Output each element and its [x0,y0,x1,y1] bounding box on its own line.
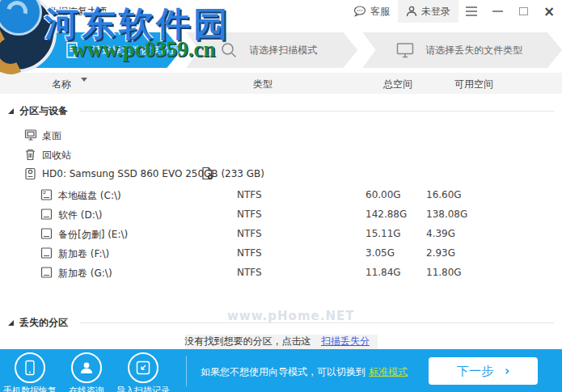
partition-total: 60.00G [366,189,401,200]
minimize-icon [492,11,503,12]
partition-label: 软件 (D:\) [58,209,103,222]
collapse-triangle-icon [8,320,14,326]
user-icon [406,6,417,17]
step-select-location[interactable]: 请选择文件恢复位置 [32,32,181,68]
file-badge-icon[interactable] [201,166,213,180]
action-label: 手机数据恢复 [2,385,58,392]
partition-free: 2.93G [426,247,455,259]
drive-icon [40,266,53,279]
tree-item-label: 回收站 [42,149,71,162]
action-label: 在线咨询 [58,385,115,392]
partition-row-f[interactable]: 新加卷 (F:\) NTFS 3.05G 2.93G [0,244,562,263]
step-select-scan-mode[interactable]: 请选择扫描模式 [186,32,357,68]
action-label: 导入扫描记录 [115,385,171,392]
tree-item-label: 桌面 [42,129,61,143]
hard-drive-icon [24,167,36,180]
drive-icon [40,247,53,259]
step-label: 请选择文件恢复位置 [92,44,180,57]
mode-hint-text: 如果您不想使用向导模式，可以切换到 [201,366,366,377]
divider [80,322,554,323]
partition-free: 16.60G [426,189,462,200]
titlebar: 万能数据恢复大师 客服 未登录 [0,0,562,23]
tree-item-disk[interactable]: HD0: Samsung SSD 860 EVO 250GB (233 GB) [0,165,562,184]
import-scan-records-button[interactable]: 导入扫描记录 [115,352,171,392]
standard-mode-link[interactable]: 标准模式 [369,366,408,377]
partition-total: 142.88G [366,209,407,220]
section-lost-partitions[interactable]: 丢失的分区 [8,315,554,330]
partition-type: NTFS [237,189,262,200]
search-icon [220,41,238,59]
section-devices[interactable]: 分区与设备 [8,103,554,118]
partition-label: 新加卷 (G:\) [58,267,112,280]
import-icon [128,352,158,383]
partition-free: 4.39G [426,228,455,239]
online-consult-button[interactable]: 在线咨询 [58,352,115,392]
document-edit-icon [65,41,81,59]
column-header-type[interactable]: 类型 [253,78,273,91]
login-button[interactable]: 未登录 [398,0,458,23]
partition-row-d[interactable]: 软件 (D:\) NTFS 142.88G 138.08G [0,205,562,225]
mode-hint: 如果您不想使用向导模式，可以切换到标准模式 [201,365,408,379]
system-drive-icon [40,188,53,201]
partition-total: 3.05G [366,247,395,259]
partition-label: 新加卷 (F:\) [58,247,109,261]
desktop-icon [24,129,37,141]
partition-row-c[interactable]: 本地磁盘 (C:\) NTFS 60.00G 16.60G [0,186,562,205]
phone-icon [15,352,45,383]
customer-service-label: 客服 [370,5,390,19]
partition-label: 本地磁盘 (C:\) [58,189,121,203]
drive-icon [40,208,53,221]
maximize-button[interactable] [510,0,536,23]
hamburger-icon [466,6,477,16]
wizard-steps: 请选择文件恢复位置 请选择扫描模式 请选择丢失的文件类型 [32,32,562,68]
partition-total: 15.11G [366,228,401,239]
login-label: 未登录 [421,5,450,19]
device-tree: www.pHome.NET 桌面 回收站 [0,126,562,283]
close-button[interactable]: × [536,0,562,23]
app-title: 万能数据恢复大师 [29,5,107,19]
person-icon [71,352,102,383]
next-step-button[interactable]: 下一步 › [429,357,538,385]
partition-type: NTFS [237,228,262,239]
partition-type: NTFS [237,267,262,278]
chevron-right-icon: › [505,364,509,378]
partition-type: NTFS [237,209,262,220]
monitor-icon [396,42,414,58]
partition-free: 11.80G [426,267,462,278]
menu-button[interactable] [458,0,484,23]
column-header-free[interactable]: 可用空间 [454,78,493,91]
tree-item-label: HD0: Samsung SSD 860 EVO 250GB (233 GB) [42,168,264,179]
divider [80,111,554,112]
section-devices-label: 分区与设备 [19,104,68,118]
mobile-recovery-button[interactable]: 手机数据恢复 [2,352,58,392]
partition-row-e[interactable]: 备份[勿删] (E:\) NTFS 15.11G 4.39G [0,225,562,244]
tree-item-recycle-bin[interactable]: 回收站 [0,145,562,165]
partition-free: 138.08G [426,209,467,220]
trash-icon [24,148,36,161]
partition-row-g[interactable]: 新加卷 (G:\) NTFS 11.84G 11.80G [0,263,562,283]
table-header: 名称 类型 总空间 可用空间 [0,73,562,94]
step-label: 请选择扫描模式 [249,44,317,57]
section-lost-label: 丢失的分区 [19,316,68,330]
partition-total: 11.84G [366,267,401,278]
sort-arrow-icon [81,78,87,82]
partition-type: NTFS [237,247,262,259]
collapse-triangle-icon [8,108,14,114]
customer-service-button[interactable]: 客服 [345,0,398,23]
drive-icon [40,227,53,240]
minimize-button[interactable] [484,0,510,23]
column-header-total[interactable]: 总空间 [383,78,412,91]
step-label: 请选择丢失的文件类型 [425,44,522,57]
partition-label: 备份[勿删] (E:\) [58,228,128,242]
tree-item-desktop[interactable]: 桌面 [0,126,562,145]
chat-bubble-icon [353,6,366,17]
divider [186,356,187,386]
step-select-file-type[interactable]: 请选择丢失的文件类型 [362,32,562,68]
app-logo [0,0,23,23]
maximize-icon [519,7,528,15]
column-header-name[interactable]: 名称 [52,78,71,91]
next-step-label: 下一步 [457,364,493,379]
footer-bar: 手机数据恢复 在线咨询 导入扫描记录 如果您不想使用向导模式，可以切换到标准模式… [0,349,562,392]
